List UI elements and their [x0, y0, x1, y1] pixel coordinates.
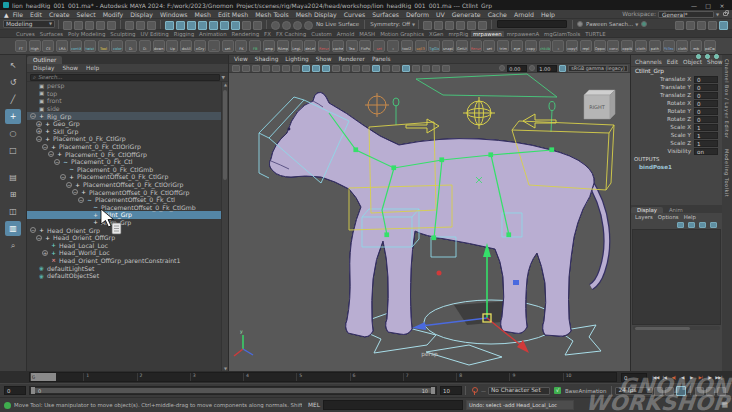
range-slider[interactable]: 0 10: [29, 386, 437, 395]
shelf-item-tea[interactable]: Tea: [346, 40, 358, 52]
channel-rotate-x[interactable]: Rotate X0: [631, 99, 722, 107]
shelf-item-cloth[interactable]: cloth: [635, 40, 647, 52]
channel-value-field[interactable]: 0: [694, 84, 718, 91]
shelf-item-color[interactable]: color: [111, 40, 123, 52]
mel-command-input[interactable]: [323, 400, 463, 410]
go-to-end-button[interactable]: ▶▶|: [714, 375, 723, 380]
channel-box-toggle-icon[interactable]: [697, 21, 706, 30]
menu-cache[interactable]: Cache: [488, 11, 507, 18]
shelf-item-ce[interactable]: CE: [42, 40, 54, 52]
channel-rotate-y[interactable]: Rotate Y0: [631, 107, 722, 115]
select-component-icon[interactable]: [147, 21, 156, 30]
outliner-item-placementoffset-0-fk-ctlorigrp[interactable]: −+PlacementOffset_0_Fk_CtlOriGrp: [27, 181, 221, 189]
render-settings-icon[interactable]: [304, 21, 313, 30]
shelf-tab-motion-graphics[interactable]: Motion Graphics: [378, 31, 426, 37]
shelf-tab-surfaces[interactable]: Surfaces: [38, 31, 65, 37]
tool-settings-toggle-icon[interactable]: [686, 21, 695, 30]
channel-scale-y[interactable]: Scale Y1: [631, 131, 722, 139]
viewport-menu-renderer[interactable]: Renderer: [338, 56, 364, 62]
channel-visibility[interactable]: Visibilityon: [631, 147, 722, 155]
outliner-item-persp[interactable]: ▣persp: [27, 82, 221, 90]
shelf-item-high[interactable]: High: [29, 40, 41, 52]
shelf-item-d-poin[interactable]: D-Poin: [139, 40, 151, 52]
shelf-tab-mgglamtools[interactable]: mgGlamTools: [542, 31, 582, 37]
x-axis-handle[interactable]: [437, 271, 442, 276]
snap-grid-icon[interactable]: [165, 21, 174, 30]
shelf-tab-poly-modeling[interactable]: Poly Modeling: [66, 31, 107, 37]
channel-value-field[interactable]: 1: [694, 140, 718, 147]
channel-value-field[interactable]: 0: [694, 116, 718, 123]
outliner-item-placement-0-fk-ctlgmb[interactable]: ~Placement_0_Fk_CtlGmb: [27, 166, 221, 174]
move-layer-up-icon[interactable]: [677, 222, 684, 228]
tab-modeling-toolkit[interactable]: Modeling Toolkit: [724, 149, 730, 197]
channel-rotate-z[interactable]: Rotate Z0: [631, 115, 722, 123]
lights-icon[interactable]: [382, 65, 390, 72]
shadows-icon[interactable]: [392, 65, 400, 72]
menu-help[interactable]: Help: [541, 11, 555, 18]
outliner-item-rig-grp[interactable]: −+Rig_Grp: [27, 112, 221, 120]
uv-editor-icon[interactable]: [434, 21, 443, 30]
bookmarks-icon[interactable]: [262, 65, 270, 72]
workspace-lock-icon[interactable]: [723, 12, 728, 16]
viewport-menu-lighting[interactable]: Lighting: [285, 56, 308, 62]
expand-toggle-icon[interactable]: −: [30, 227, 36, 233]
expand-toggle-icon[interactable]: +: [36, 128, 42, 134]
fps-selector[interactable]: 24 fps▼: [615, 387, 653, 395]
joints-xray-icon[interactable]: [442, 65, 450, 72]
speech-bubble-icon[interactable]: [654, 387, 663, 396]
motion-blur-icon[interactable]: [412, 65, 420, 72]
outliner-item-skll-grp[interactable]: ++Skll_Grp: [27, 128, 221, 136]
playblast-icon[interactable]: [676, 386, 686, 396]
redo-icon[interactable]: [107, 21, 116, 30]
selected-object-name[interactable]: CtlInt_Grp: [631, 67, 722, 75]
shelf-tab-mrpaween[interactable]: mrpaween: [471, 31, 504, 37]
animation-end-field[interactable]: 10: [440, 386, 462, 395]
expand-toggle-icon[interactable]: +: [42, 250, 48, 256]
outliner-item-head-orient-offgrp[interactable]: −+Head_Orient_OffGrp: [27, 234, 221, 242]
modeling-toolkit-icon[interactable]: [423, 21, 432, 30]
exposure-field[interactable]: 0.00: [507, 65, 527, 72]
outliner-filter-dropdown-icon[interactable]: ▼: [222, 75, 225, 80]
image-plane-icon[interactable]: [272, 65, 280, 72]
set-key-icon[interactable]: [471, 387, 479, 395]
snap-view-plane-icon[interactable]: [209, 21, 218, 30]
step-back-frame-button[interactable]: |◀: [660, 375, 669, 380]
gamma-icon[interactable]: [529, 65, 535, 71]
expand-toggle-icon[interactable]: −: [48, 151, 54, 157]
cached-playback-icon[interactable]: [706, 387, 715, 396]
channel-translate-x[interactable]: Translate X0: [631, 75, 722, 83]
outliner-item-placement-0-fk-ctlorigrp[interactable]: −+Placement_0_Fk_CtlOriGrp: [27, 143, 221, 151]
modeling-toolkit-toggle-icon[interactable]: [708, 21, 717, 30]
animation-start-field[interactable]: 0: [4, 386, 26, 395]
highlight-selection-icon[interactable]: [253, 21, 262, 30]
new-layer-icon[interactable]: [710, 222, 717, 228]
construction-history-icon[interactable]: [271, 21, 280, 30]
channel-box-menu-show[interactable]: Show: [707, 59, 723, 65]
range-end-handle[interactable]: [431, 387, 435, 394]
playblast-icon[interactable]: [665, 387, 674, 396]
layer-tab-anim[interactable]: Anim: [663, 207, 689, 213]
shelf-item-repl[interactable]: repl: [580, 40, 592, 52]
channel-box-menu-edit[interactable]: Edit: [667, 59, 678, 65]
2d-pan-zoom-icon[interactable]: [282, 65, 290, 72]
shelf-item-tool2[interactable]: tool2: [401, 40, 413, 52]
shelf-item-rerun[interactable]: Rerun: [318, 40, 330, 52]
view-cube[interactable]: RIGHT: [584, 90, 615, 119]
node-editor-icon[interactable]: [445, 21, 454, 30]
channel-box-menu-object[interactable]: Object: [683, 59, 702, 65]
go-to-start-button[interactable]: |◀◀: [651, 375, 660, 380]
menu-surfaces[interactable]: Surfaces: [372, 11, 399, 18]
lock-camera-icon[interactable]: [242, 65, 250, 72]
shelf-item-ft[interactable]: FT: [15, 40, 27, 52]
paint-select-tool[interactable]: ╱: [5, 92, 21, 107]
save-scene-icon[interactable]: [85, 21, 94, 30]
shelf-item-oppw[interactable]: oppW: [621, 40, 633, 52]
symmetry-selector[interactable]: Symmetry: Off: [370, 21, 410, 27]
outliner-item-placementoffset-0-fk-ctl[interactable]: −~PlacementOffset_0_Fk_Ctl: [27, 196, 221, 204]
outliner-search-input[interactable]: ⌕ Search...: [30, 74, 220, 81]
shelf-tab-animation[interactable]: Animation: [197, 31, 228, 37]
anim-layer-checkbox[interactable]: √: [554, 387, 561, 394]
new-scene-icon[interactable]: [63, 21, 72, 30]
tab-channel-box-layer-editor[interactable]: Channel Box / Layer Editor: [724, 59, 730, 139]
lion-model[interactable]: [269, 92, 607, 336]
